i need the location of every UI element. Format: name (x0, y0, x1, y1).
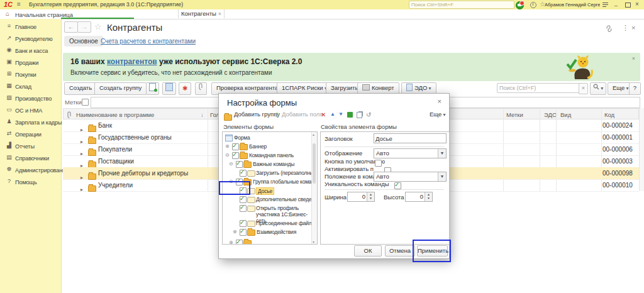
tree-node-partial[interactable] (223, 238, 317, 245)
display-combobox[interactable]: Авто▼ (374, 148, 447, 158)
titlebar-settings-icon[interactable] (602, 3, 608, 7)
expand-icon[interactable] (225, 143, 230, 149)
spinner-arrows-icon[interactable]: ▲▼ (367, 192, 374, 201)
node-checkbox[interactable] (232, 152, 239, 159)
tab-main[interactable]: Основное (64, 36, 103, 47)
sidebar-item-production[interactable]: ▨Производство (0, 94, 61, 105)
column-edo[interactable]: ЭДО (544, 111, 557, 118)
node-checkbox[interactable] (240, 229, 247, 236)
minimize-button[interactable]: _ (614, 0, 618, 6)
dropdown-icon[interactable]: ▼ (438, 149, 446, 158)
column-kind[interactable]: Вид (560, 111, 571, 118)
expand-icon[interactable] (233, 229, 237, 235)
sidebar-item-operations[interactable]: ⇄Операции (0, 130, 61, 141)
global-search-input[interactable] (409, 1, 514, 9)
paperclip-column-icon[interactable] (67, 111, 72, 119)
discussions-notification-icon[interactable] (516, 1, 524, 9)
banner-close-icon[interactable]: × (632, 55, 635, 62)
close-window-button[interactable]: × (635, 1, 639, 8)
attachments-button[interactable] (195, 82, 207, 95)
sidebar-item-main[interactable]: ≡Главное (0, 23, 61, 33)
restore-settings-button[interactable]: ↺ (366, 111, 371, 118)
create-group-button[interactable]: Создать группу (94, 82, 147, 95)
command-uniqueness-checkbox[interactable] (394, 182, 401, 189)
default-button-checkbox[interactable] (375, 160, 382, 167)
tree-node-command-bar[interactable]: Командная панель (223, 151, 317, 160)
help-button[interactable]: ? (629, 82, 641, 95)
search-options-button[interactable] (590, 82, 606, 95)
tree-scrollbar[interactable]: ▴▾ (311, 132, 317, 244)
sidebar-item-help[interactable]: ?Помощь (0, 178, 61, 189)
tree-node-form[interactable]: Форма (223, 133, 317, 142)
width-spinner[interactable]: 0▲▼ (347, 192, 375, 202)
caption-input[interactable] (374, 133, 447, 143)
sidebar-item-manager[interactable]: ↗Руководителю (0, 35, 61, 45)
column-name[interactable]: Наименование в программе (76, 111, 154, 118)
sidebar-item-warehouse[interactable]: ▦Склад (0, 82, 61, 93)
dialog-more-button[interactable]: Еще (430, 111, 446, 118)
dropdown-icon[interactable]: ▼ (438, 172, 446, 181)
copy-item-button[interactable] (146, 82, 159, 95)
tree-node-important-commands[interactable]: Важные команды (223, 160, 317, 169)
tree-node-attached-files[interactable]: Присоединенные файлы (223, 219, 317, 228)
add-fields-button[interactable]: Добавить поля (282, 111, 323, 118)
add-group-button[interactable]: Добавить группу (234, 111, 280, 118)
move-down-button[interactable]: ▼ (338, 111, 343, 117)
sidebar-item-administration[interactable]: ☸Администрирование (0, 166, 61, 177)
tab-close-icon[interactable]: × (218, 11, 221, 17)
restore-button[interactable] (625, 3, 631, 8)
more-actions-icon[interactable]: ⋮ (622, 24, 629, 32)
history-icon[interactable] (530, 2, 536, 8)
node-checkbox[interactable] (240, 205, 247, 212)
sidebar-item-sales[interactable]: ▣Продажи (0, 58, 61, 69)
sidebar-item-fixed-assets[interactable]: ▭ОС и НМА (0, 106, 61, 117)
mark-deletion-button[interactable]: ∗ (179, 82, 191, 95)
height-spinner[interactable]: 0▲▼ (405, 192, 433, 202)
node-checkbox[interactable] (236, 240, 243, 245)
collapse-icon[interactable] (229, 161, 233, 167)
check-all-button[interactable] (347, 112, 353, 118)
favorite-star-icon[interactable]: ☆ (94, 22, 102, 31)
home-icon[interactable]: ⌂ (6, 10, 9, 17)
cancel-button[interactable]: Отмена (385, 245, 415, 257)
tab-counterparties[interactable]: Контрагенты× (178, 9, 225, 18)
forward-button[interactable]: → (77, 21, 91, 33)
collapse-icon[interactable] (225, 152, 230, 158)
expand-icon[interactable] (229, 240, 233, 245)
node-checkbox[interactable] (232, 143, 239, 150)
sidebar-item-purchases[interactable]: ⊞Покупки (0, 70, 61, 81)
tree-node-interactions[interactable]: Взаимодействия (223, 228, 317, 236)
back-button[interactable]: ← (64, 21, 78, 33)
expand-row-icon[interactable] (80, 182, 83, 194)
sidebar-item-reports[interactable]: ▟Отчеты (0, 142, 61, 153)
sidebar-item-bank-cash[interactable]: ◉Банк и касса (0, 47, 61, 57)
spinner-arrows-icon[interactable]: ▲▼ (425, 192, 432, 201)
copy-settings-button[interactable] (357, 112, 362, 118)
counterparties-link[interactable]: контрагентов (107, 57, 157, 66)
clear-search-button[interactable]: × (579, 83, 588, 94)
move-up-button[interactable]: ▲ (330, 111, 335, 117)
open-card-button[interactable] (162, 82, 176, 95)
current-user-name[interactable]: Абрамов Геннадий Сергеевич (545, 2, 600, 8)
main-menu-icon[interactable]: ≡ (17, 1, 21, 8)
table-scrollbar[interactable] (639, 108, 644, 191)
get-link-icon[interactable] (605, 25, 613, 33)
dialog-close-icon[interactable]: × (438, 97, 441, 105)
column-code[interactable]: Код (604, 111, 614, 118)
tree-node-open-profile[interactable]: Открыть профиль участника 1С:Бизнес-сеть (223, 204, 317, 218)
node-checkbox[interactable] (240, 220, 247, 227)
tags-checkbox[interactable] (82, 99, 89, 106)
node-checkbox[interactable] (240, 196, 247, 203)
column-tags[interactable]: Метки (506, 111, 523, 118)
tree-node-load-from-file[interactable]: Загрузить (перезаполнить) из файла (223, 169, 317, 177)
tab-settlement-accounts[interactable]: Счета расчетов с контрагентами (101, 38, 196, 45)
tree-node-banner[interactable]: Баннер (223, 142, 317, 151)
create-button[interactable]: Создать (64, 82, 97, 95)
ok-button[interactable]: ОК (354, 245, 382, 257)
tree-node-additional-info[interactable]: Дополнительные сведения (223, 195, 317, 204)
sidebar-item-salary-hr[interactable]: ♟Зарплата и кадры (0, 118, 61, 129)
node-checkbox[interactable] (236, 161, 243, 168)
node-checkbox[interactable] (240, 170, 247, 177)
sidebar-item-references[interactable]: ▤Справочники (0, 154, 61, 165)
close-form-icon[interactable]: × (631, 24, 635, 31)
